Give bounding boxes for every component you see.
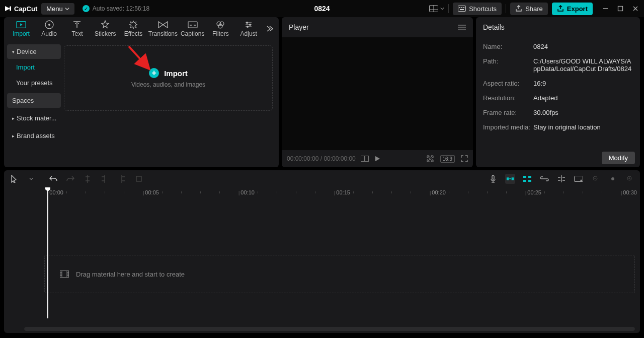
ruler-tick: 00:05 <box>143 189 159 195</box>
tab-label: Text <box>71 30 83 37</box>
autosave-text: Auto saved: 12:56:18 <box>93 5 149 12</box>
svg-rect-30 <box>509 178 511 179</box>
timeline-ruler[interactable]: 00:00 00:05 00:10 00:15 00:20 00:25 00:3… <box>44 187 640 198</box>
timeline-toolbar <box>4 170 640 187</box>
tab-captions[interactable]: Captions <box>179 17 207 40</box>
media-body: ▾Device Import Your presets Spaces ▸Stoc… <box>4 40 279 167</box>
player-controls-right: 16:9 <box>426 155 468 163</box>
zoom-in-icon[interactable] <box>625 174 635 184</box>
tab-transitions[interactable]: Transitions <box>147 17 179 40</box>
share-label: Share <box>525 5 543 13</box>
layout-switcher[interactable] <box>429 5 444 12</box>
tab-audio[interactable]: Audio <box>35 17 63 40</box>
preview-icon[interactable] <box>574 174 584 184</box>
ruler-tick: 00:30 <box>621 189 637 195</box>
magnet-track-icon[interactable] <box>522 174 532 184</box>
split-button[interactable] <box>83 174 93 184</box>
detail-label: Frame rate: <box>483 109 533 116</box>
svg-point-12 <box>48 24 50 26</box>
link-icon[interactable] <box>539 174 549 184</box>
shortcuts-button[interactable]: Shortcuts <box>453 3 502 15</box>
sidebar-item-brand[interactable]: ▸Brand assets <box>7 128 61 143</box>
sidebar-label: Brand assets <box>17 132 55 140</box>
svg-point-39 <box>611 177 614 180</box>
window-controls <box>601 6 640 12</box>
shortcuts-label: Shortcuts <box>469 5 497 13</box>
tabs-more-button[interactable] <box>263 25 276 32</box>
undo-button[interactable] <box>48 174 58 184</box>
delete-right-button[interactable] <box>117 174 127 184</box>
player-timecode: 00:00:00:00 / 00:00:00:00 <box>287 155 356 162</box>
timeline[interactable]: 00:00 00:05 00:10 00:15 00:20 00:25 00:3… <box>4 187 640 333</box>
caret-right-icon: ▸ <box>12 116 15 121</box>
timeline-scrollbar[interactable] <box>24 327 635 331</box>
share-button[interactable]: Share <box>510 3 548 15</box>
sidebar-item-spaces[interactable]: Spaces <box>7 93 61 108</box>
crop-icon[interactable] <box>426 155 434 163</box>
detail-value: 16:9 <box>533 80 633 87</box>
details-body: Name:0824 Path:C:/Users/GOOD WILL ALWAYS… <box>476 37 640 167</box>
player-controls: 00:00:00:00 / 00:00:00:00 16:9 <box>282 150 473 167</box>
project-title[interactable]: 0824 <box>314 5 330 13</box>
export-label: Export <box>567 5 588 13</box>
cursor-dropdown[interactable] <box>26 174 36 184</box>
mic-icon[interactable] <box>488 174 498 184</box>
timeline-drop-track[interactable]: Drag material here and start to create <box>44 255 635 293</box>
compare-icon[interactable] <box>361 156 369 162</box>
svg-rect-7 <box>460 9 464 10</box>
import-sublabel: Videos, audios, and images <box>131 81 205 88</box>
drop-hint: Drag material here and start to create <box>76 271 185 278</box>
tab-adjust[interactable]: Adjust <box>234 17 263 40</box>
audio-icon <box>44 20 54 29</box>
play-button[interactable] <box>374 155 381 162</box>
minimize-button[interactable] <box>601 6 610 12</box>
modify-button[interactable]: Modify <box>602 152 635 164</box>
sidebar-label: Stock mater... <box>17 114 56 122</box>
close-button[interactable] <box>631 6 640 12</box>
maximize-button[interactable] <box>616 6 625 12</box>
tab-text[interactable]: Text <box>63 17 92 40</box>
playhead[interactable] <box>47 187 48 318</box>
redo-button[interactable] <box>65 174 75 184</box>
text-icon <box>72 20 82 29</box>
zoom-out-icon[interactable] <box>591 174 601 184</box>
svg-rect-24 <box>365 156 368 162</box>
scrollbar-thumb[interactable] <box>24 327 635 331</box>
timeline-tracks: Drag material here and start to create <box>4 198 640 319</box>
align-icon[interactable] <box>556 174 567 184</box>
fullscreen-icon[interactable] <box>461 155 468 162</box>
player-menu-icon[interactable] <box>458 24 466 30</box>
export-button[interactable]: Export <box>552 3 593 15</box>
sidebar-item-stock[interactable]: ▸Stock mater... <box>7 111 61 125</box>
magnet-main-icon[interactable] <box>505 174 515 184</box>
svg-rect-34 <box>528 180 531 182</box>
ruler-tick: 00:25 <box>525 189 541 195</box>
sidebar-item-device[interactable]: ▾Device <box>7 44 61 59</box>
menu-button[interactable]: Menu <box>41 3 74 15</box>
svg-rect-31 <box>523 176 526 178</box>
details-header: Details <box>476 17 640 37</box>
svg-point-25 <box>429 158 431 160</box>
adjust-icon <box>244 20 254 29</box>
svg-point-18 <box>249 24 251 26</box>
delete-left-button[interactable] <box>100 174 110 184</box>
detail-label: Resolution: <box>483 94 533 102</box>
aspect-ratio-badge[interactable]: 16:9 <box>440 155 455 163</box>
effects-icon <box>128 20 138 29</box>
crop-button[interactable] <box>134 174 144 184</box>
tab-import[interactable]: Import <box>7 17 35 40</box>
tab-stickers[interactable]: Stickers <box>91 17 119 40</box>
check-icon: ✓ <box>83 5 90 12</box>
cursor-tool[interactable] <box>9 174 19 184</box>
zoom-slider-dot[interactable] <box>608 174 618 184</box>
tab-filters[interactable]: Filters <box>207 17 235 40</box>
player-viewport[interactable] <box>282 37 473 150</box>
caret-right-icon: ▸ <box>12 133 15 139</box>
sidebar-item-presets[interactable]: Your presets <box>7 76 61 90</box>
tab-effects[interactable]: Effects <box>119 17 147 40</box>
svg-rect-28 <box>507 177 509 180</box>
sidebar-item-import[interactable]: Import <box>7 60 61 75</box>
ruler-tick: 00:20 <box>430 189 446 195</box>
import-dropzone[interactable]: + Import Videos, audios, and images <box>64 45 273 111</box>
menu-label: Menu <box>46 5 63 13</box>
